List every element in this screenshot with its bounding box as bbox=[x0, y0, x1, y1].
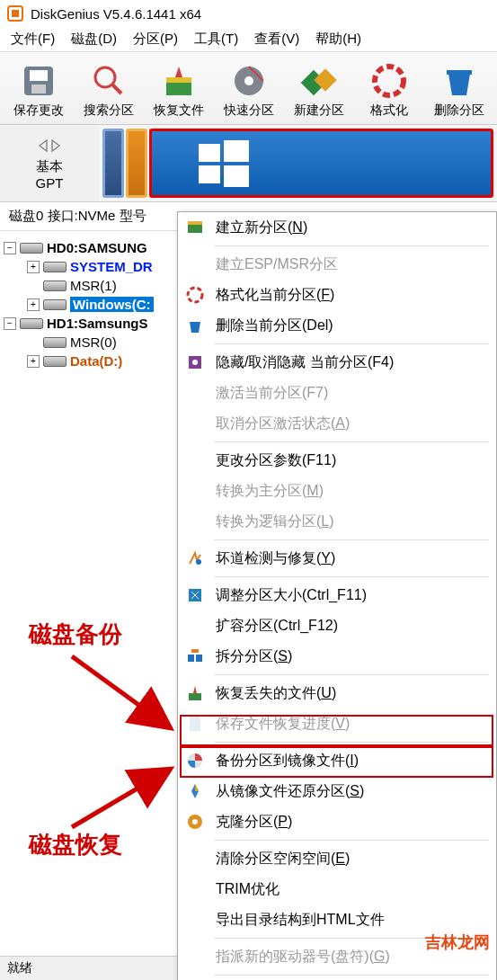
ctx-icon bbox=[185, 947, 205, 967]
ctx-label: 转换为逻辑分区(L) bbox=[216, 512, 334, 531]
toolbar-quick[interactable]: 快速分区 bbox=[214, 59, 284, 120]
ctx-item-17[interactable]: 从镜像文件还原分区(S) bbox=[178, 776, 496, 806]
context-menu: 建立新分区(N)建立ESP/MSR分区格式化当前分区(F)删除当前分区(Del)… bbox=[177, 211, 497, 980]
ctx-item-13[interactable]: 拆分分区(S) bbox=[178, 641, 496, 672]
svg-rect-20 bbox=[188, 221, 202, 225]
disk-visualization: 基本 GPT bbox=[0, 125, 497, 202]
menu-file[interactable]: 文件(F) bbox=[11, 31, 55, 48]
svg-rect-28 bbox=[191, 649, 199, 653]
ctx-item-19[interactable]: 清除分区空闲空间(E) bbox=[178, 843, 496, 874]
ctx-label: 清除分区空闲空间(E) bbox=[216, 850, 350, 869]
toolbar-new[interactable]: 新建分区 bbox=[284, 59, 354, 120]
ctx-item-9: 转换为逻辑分区(L) bbox=[178, 506, 496, 537]
tree-toggle[interactable]: + bbox=[27, 355, 40, 368]
nav-arrows-icon[interactable] bbox=[34, 137, 65, 155]
svg-rect-16 bbox=[224, 140, 249, 162]
ctx-label: 从镜像文件还原分区(S) bbox=[216, 782, 364, 801]
svg-point-23 bbox=[192, 360, 198, 365]
menu-separator bbox=[214, 576, 489, 577]
partition-bars[interactable] bbox=[99, 125, 497, 201]
ctx-item-2[interactable]: 格式化当前分区(F) bbox=[178, 280, 496, 310]
ctx-item-11[interactable]: 调整分区大小(Ctrl_F11) bbox=[178, 580, 496, 610]
ctx-icon bbox=[185, 646, 205, 666]
ctx-label: 拆分分区(S) bbox=[216, 647, 292, 666]
menu-tools[interactable]: 工具(T) bbox=[194, 31, 238, 48]
ctx-item-7[interactable]: 更改分区参数(F11) bbox=[178, 445, 496, 476]
ctx-item-14[interactable]: 恢复丢失的文件(U) bbox=[178, 678, 496, 708]
ctx-item-0[interactable]: 建立新分区(N) bbox=[178, 212, 496, 243]
toolbar-search[interactable]: 搜索分区 bbox=[74, 59, 144, 120]
svg-rect-14 bbox=[447, 70, 472, 75]
menu-help[interactable]: 帮助(H) bbox=[315, 31, 361, 48]
tree-toggle[interactable]: + bbox=[27, 298, 40, 311]
menu-separator bbox=[214, 674, 489, 675]
svg-rect-7 bbox=[166, 81, 191, 95]
svg-rect-26 bbox=[188, 655, 194, 662]
ctx-icon bbox=[185, 879, 205, 899]
partition-icon bbox=[43, 337, 67, 348]
ctx-item-1: 建立ESP/MSR分区 bbox=[178, 249, 496, 280]
tree-toggle[interactable]: + bbox=[27, 261, 40, 273]
svg-rect-27 bbox=[196, 655, 202, 662]
menu-separator bbox=[214, 840, 489, 841]
svg-rect-29 bbox=[189, 693, 201, 700]
ctx-icon bbox=[185, 285, 205, 305]
delete-icon bbox=[439, 61, 479, 101]
svg-line-34 bbox=[72, 656, 171, 728]
tree-toggle[interactable]: − bbox=[4, 242, 16, 254]
ctx-label: 转换为主分区(M) bbox=[216, 482, 324, 501]
window-title: DiskGenius V5.4.6.1441 x64 bbox=[31, 6, 201, 22]
svg-point-24 bbox=[196, 559, 201, 565]
recover-icon bbox=[159, 61, 199, 101]
svg-rect-3 bbox=[30, 70, 48, 81]
ctx-item-21[interactable]: 导出目录结构到HTML文件 bbox=[178, 904, 496, 935]
ctx-label: 激活当前分区(F7) bbox=[216, 384, 328, 403]
ctx-item-18[interactable]: 克隆分区(P) bbox=[178, 806, 496, 837]
partition-bar-windows[interactable] bbox=[149, 129, 493, 198]
ctx-icon bbox=[185, 414, 205, 433]
ctx-icon bbox=[185, 218, 205, 237]
menu-view[interactable]: 查看(V) bbox=[254, 31, 299, 48]
highlight-box-backup bbox=[180, 715, 493, 746]
toolbar-recover[interactable]: 恢复文件 bbox=[144, 59, 214, 120]
partition-icon bbox=[43, 262, 67, 272]
menu-disk[interactable]: 磁盘(D) bbox=[71, 31, 117, 48]
partition-bar-msr[interactable] bbox=[126, 129, 147, 198]
windows-logo-icon bbox=[197, 138, 251, 189]
svg-point-10 bbox=[244, 76, 253, 85]
disk-icon bbox=[20, 243, 43, 254]
svg-line-35 bbox=[72, 769, 171, 827]
svg-rect-1 bbox=[12, 10, 19, 17]
menu-separator bbox=[214, 975, 489, 976]
ctx-item-5: 激活当前分区(F7) bbox=[178, 378, 496, 408]
watermark: 吉林龙网 bbox=[425, 931, 490, 953]
partition-icon bbox=[43, 281, 67, 291]
ctx-label: 恢复丢失的文件(U) bbox=[216, 684, 336, 703]
ctx-item-20[interactable]: TRIM优化 bbox=[178, 874, 496, 904]
tree-toggle[interactable]: − bbox=[4, 317, 16, 330]
ctx-item-10[interactable]: 坏道检测与修复(Y) bbox=[178, 543, 496, 574]
ctx-label: TRIM优化 bbox=[216, 880, 280, 899]
ctx-icon bbox=[185, 383, 205, 403]
svg-rect-15 bbox=[199, 144, 220, 162]
toolbar-delete[interactable]: 删除分区 bbox=[424, 59, 494, 120]
ctx-label: 指派新的驱动器号(盘符)(G) bbox=[216, 948, 390, 967]
ctx-item-12[interactable]: 扩容分区(Ctrl_F12) bbox=[178, 610, 496, 641]
ctx-label: 坏道检测与修复(Y) bbox=[216, 549, 335, 568]
partition-icon bbox=[43, 299, 67, 310]
ctx-icon bbox=[185, 683, 205, 703]
ctx-item-4[interactable]: 隐藏/取消隐藏 当前分区(F4) bbox=[178, 347, 496, 378]
ctx-label: 建立ESP/MSR分区 bbox=[216, 255, 338, 274]
save-icon bbox=[19, 61, 58, 101]
toolbar-format[interactable]: 格式化 bbox=[354, 59, 424, 120]
svg-point-5 bbox=[95, 67, 115, 87]
partition-bar-system[interactable] bbox=[102, 129, 124, 198]
ctx-item-3[interactable]: 删除当前分区(Del) bbox=[178, 310, 496, 341]
menu-partition[interactable]: 分区(P) bbox=[133, 31, 178, 48]
menu-separator bbox=[214, 539, 489, 540]
toolbar-save[interactable]: 保存更改 bbox=[4, 59, 74, 120]
ctx-icon bbox=[185, 548, 205, 568]
title-bar: DiskGenius V5.4.6.1441 x64 bbox=[0, 0, 497, 27]
ctx-label: 更改分区参数(F11) bbox=[216, 451, 336, 470]
svg-point-33 bbox=[192, 819, 198, 824]
